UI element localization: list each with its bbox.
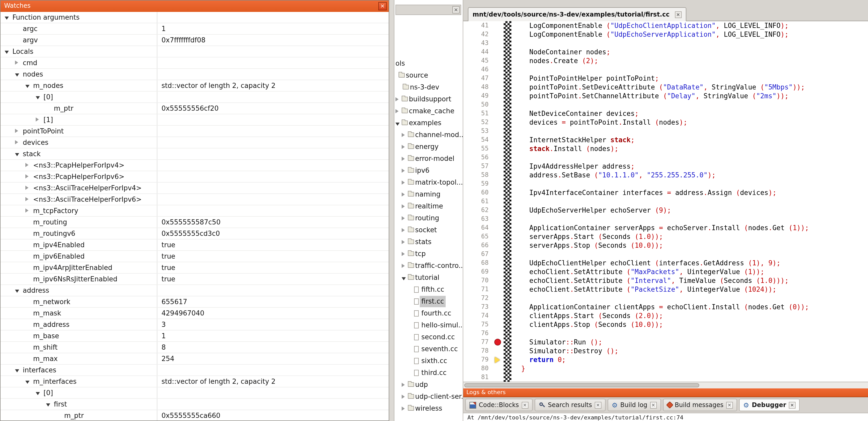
watch-row[interactable]: <ns3::PcapHelperForIpv6> <box>1 171 389 183</box>
marker-cell[interactable] <box>493 92 504 100</box>
management-header[interactable]: × <box>396 5 461 15</box>
line-number[interactable]: 61 <box>463 197 489 206</box>
line-number[interactable]: 43 <box>463 39 489 47</box>
code-line[interactable]: address.SetBase ("10.1.1.0", "255.255.25… <box>521 171 868 180</box>
marker-cell[interactable] <box>493 250 504 259</box>
expand-arrow-icon[interactable] <box>402 264 405 268</box>
line-number[interactable]: 52 <box>463 118 489 127</box>
expand-arrow-icon[interactable] <box>402 204 405 208</box>
expand-arrow-icon[interactable] <box>25 163 28 167</box>
tree-item[interactable]: energy <box>394 141 463 153</box>
code-line[interactable]: UdpEchoClientHelper echoClient (interfac… <box>521 259 868 267</box>
marker-cell[interactable] <box>493 162 504 171</box>
line-number[interactable]: 57 <box>463 162 489 171</box>
tree-item[interactable]: ns-3-dev <box>394 82 463 94</box>
collapse-arrow-icon[interactable] <box>5 51 9 54</box>
code-line[interactable]: InternetStackHelper stack; <box>521 135 868 144</box>
code-line[interactable]: Ipv4InterfaceContainer interfaces = addr… <box>521 188 868 197</box>
scrollbar-thumb[interactable] <box>464 383 699 387</box>
watch-row[interactable]: m_max254 <box>1 353 389 365</box>
line-number[interactable]: 66 <box>463 241 489 250</box>
watch-row[interactable]: m_address3 <box>1 319 389 330</box>
marker-cell[interactable] <box>493 241 504 250</box>
tree-item[interactable]: hello-simul... <box>394 320 463 331</box>
logs-tab-debugger[interactable]: ⚙Debugger× <box>739 399 800 411</box>
code-line[interactable] <box>521 127 868 135</box>
tree-item[interactable]: third.cc <box>394 367 463 379</box>
marker-cell[interactable] <box>493 364 504 373</box>
horizontal-scrollbar[interactable] <box>463 382 868 388</box>
collapse-arrow-icon[interactable] <box>396 123 400 126</box>
tree-item[interactable]: realtime <box>394 201 463 213</box>
expand-arrow-icon[interactable] <box>402 240 405 244</box>
line-number[interactable]: 59 <box>463 180 489 188</box>
marker-cell[interactable] <box>493 47 504 56</box>
marker-cell[interactable] <box>493 276 504 285</box>
collapse-arrow-icon[interactable] <box>5 17 9 20</box>
close-icon[interactable]: × <box>453 6 460 13</box>
expand-arrow-icon[interactable] <box>36 118 39 122</box>
code-line[interactable]: LogComponentEnable ("UdpEchoServerApplic… <box>521 30 868 39</box>
line-number[interactable]: 69 <box>463 267 489 276</box>
expand-arrow-icon[interactable] <box>402 407 405 411</box>
tree-item[interactable]: udp-client-ser... <box>394 391 463 403</box>
panel-splitter[interactable] <box>389 0 394 421</box>
marker-cell[interactable] <box>493 338 504 347</box>
tree-item[interactable]: second.cc <box>394 331 463 344</box>
code-line[interactable] <box>521 294 868 302</box>
code-line[interactable] <box>521 65 868 74</box>
code-line[interactable] <box>521 197 868 206</box>
watch-row[interactable]: <ns3::PcapHelperForIpv4> <box>1 160 389 171</box>
marker-cell[interactable] <box>493 285 504 294</box>
line-number[interactable]: 45 <box>463 56 489 65</box>
code-line[interactable] <box>521 100 868 109</box>
marker-cell[interactable] <box>493 320 504 329</box>
tree-item[interactable]: examples <box>394 118 463 129</box>
collapse-arrow-icon[interactable] <box>15 73 19 76</box>
watch-row[interactable]: m_ipv4ArpJitterEnabledtrue <box>1 262 389 273</box>
expand-arrow-icon[interactable] <box>15 129 18 133</box>
watch-row[interactable]: m_ipv6Enabledtrue <box>1 251 389 262</box>
expand-arrow-icon[interactable] <box>402 145 405 149</box>
code-line[interactable] <box>521 215 868 223</box>
code-line[interactable]: LogComponentEnable ("UdpEchoClientApplic… <box>521 21 868 30</box>
code-line[interactable]: NodeContainer nodes; <box>521 47 868 56</box>
marker-cell[interactable] <box>493 294 504 302</box>
watch-row[interactable]: m_shift8 <box>1 342 389 353</box>
close-icon[interactable]: × <box>789 401 796 408</box>
code-line[interactable]: nodes.Create (2); <box>521 56 868 65</box>
watch-row[interactable]: interfaces <box>1 365 389 376</box>
logs-tab-build-messages[interactable]: Build messages× <box>663 399 737 411</box>
line-number[interactable]: 67 <box>463 250 489 259</box>
marker-cell[interactable] <box>493 30 504 39</box>
expand-arrow-icon[interactable] <box>25 208 28 213</box>
watch-row[interactable]: m_base1 <box>1 330 389 342</box>
logs-tab-code-blocks[interactable]: Code::Blocks× <box>465 399 532 411</box>
expand-arrow-icon[interactable] <box>402 228 405 232</box>
code-line[interactable] <box>521 373 868 382</box>
expand-arrow-icon[interactable] <box>15 61 18 65</box>
watch-row[interactable]: m_interfacesstd::vector of length 2, cap… <box>1 376 389 387</box>
marker-cell[interactable] <box>493 171 504 180</box>
line-number[interactable]: 81 <box>463 373 489 382</box>
collapse-arrow-icon[interactable] <box>15 369 19 373</box>
code-line[interactable] <box>521 250 868 259</box>
watches-title-bar[interactable]: Watches × <box>1 1 389 12</box>
watch-row[interactable]: m_ptr0x55555556cf20 <box>1 103 389 114</box>
tree-item[interactable]: channel-mod... <box>394 129 463 141</box>
marker-cell[interactable] <box>493 223 504 232</box>
marker-cell[interactable] <box>493 74 504 83</box>
expand-arrow-icon[interactable] <box>25 186 28 190</box>
expand-arrow-icon[interactable] <box>402 216 405 220</box>
code-line[interactable]: pointToPoint.SetChannelAttribute ("Delay… <box>521 92 868 100</box>
marker-cell[interactable] <box>493 83 504 92</box>
watch-row[interactable]: m_routing0x555555587c50 <box>1 217 389 228</box>
watch-row[interactable]: argc1 <box>1 23 389 35</box>
expand-arrow-icon[interactable] <box>402 169 405 173</box>
line-number[interactable]: 78 <box>463 347 489 355</box>
watch-row[interactable]: m_mask4294967040 <box>1 308 389 319</box>
collapse-arrow-icon[interactable] <box>402 277 406 280</box>
tree-item[interactable]: socket <box>394 224 463 236</box>
line-number[interactable]: 79 <box>463 355 489 364</box>
code-line[interactable]: NetDeviceContainer devices; <box>521 109 868 118</box>
